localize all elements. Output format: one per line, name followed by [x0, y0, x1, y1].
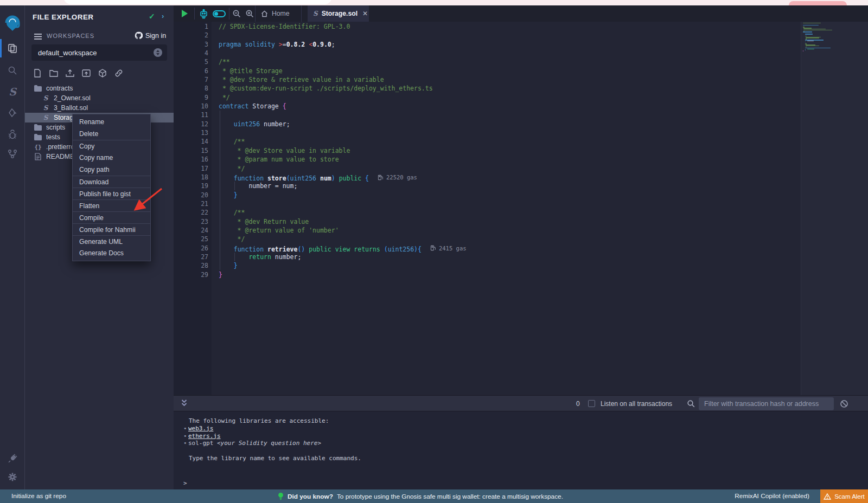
file-tree-item-3-ballot-sol[interactable]: S3_Ballot.sol	[25, 103, 174, 113]
minimap-line	[805, 36, 807, 36]
code-text: uint256 number;	[208, 120, 290, 128]
line-number: 1	[174, 22, 208, 31]
minimap[interactable]	[801, 22, 868, 411]
settings-gear-icon[interactable]	[0, 467, 25, 487]
new-file-icon[interactable]	[33, 68, 42, 78]
context-menu-item-compile-for-nahmii[interactable]: Compile for Nahmii	[73, 223, 150, 235]
context-menu-item-flatten[interactable]: Flatten	[73, 199, 150, 211]
github-icon	[135, 31, 143, 40]
listen-transactions-checkbox[interactable]	[588, 400, 595, 407]
code-text: * @dev Store value in variable	[208, 146, 350, 155]
load-cube-icon[interactable]	[98, 68, 107, 78]
zoom-out-icon[interactable]	[232, 9, 241, 21]
code-text: */	[208, 164, 245, 173]
tip-body: To prototype using the Gnosis safe multi…	[337, 493, 563, 500]
file-context-menu: RenameDeleteCopyCopy nameCopy pathDownlo…	[72, 114, 151, 261]
library-link[interactable]: web3.js	[188, 425, 213, 432]
workspaces-menu-icon[interactable]	[34, 33, 42, 42]
library-link[interactable]: ethers.js	[188, 433, 221, 440]
code-text: contract Storage {	[208, 102, 286, 111]
terminal-line	[183, 447, 361, 455]
file-tree-item-2-owner-sol[interactable]: S2_Owner.sol	[25, 93, 174, 103]
line-number: 10	[174, 102, 208, 111]
code-text: * @dev Store & retrieve value in a varia…	[208, 75, 384, 84]
close-tab-icon[interactable]: ✕	[362, 10, 368, 17]
line-number: 8	[174, 84, 208, 93]
upload-file-icon[interactable]	[65, 68, 75, 78]
run-script-button[interactable]	[182, 10, 188, 17]
minimap-line	[803, 50, 803, 51]
code-text: number = num;	[208, 182, 297, 190]
code-text: // SPDX-License-Identifier: GPL-3.0	[208, 22, 350, 31]
code-line-5: 5/**	[174, 57, 801, 66]
code-line-28: 28 }	[174, 261, 801, 270]
file-tree-item-contracts[interactable]: contracts	[25, 83, 174, 93]
zoom-in-icon[interactable]	[245, 9, 254, 21]
context-menu-item-publish-file-to-gist[interactable]: Publish file to gist	[73, 188, 150, 199]
workspace-select[interactable]: default_workspace	[31, 44, 167, 61]
code-line-25: 25 */	[174, 235, 801, 243]
line-number: 12	[174, 120, 208, 128]
remix-logo-icon[interactable]	[4, 15, 21, 33]
code-text: * @dev Return value	[208, 217, 309, 226]
terminal-line: •web3.js	[183, 425, 361, 433]
code-text	[208, 111, 219, 119]
code-text: /**	[208, 57, 230, 66]
debugger-icon[interactable]	[0, 125, 25, 145]
workspaces-label: WORKSPACES	[47, 33, 94, 39]
code-line-6: 6 * @title Storage	[174, 67, 801, 75]
context-menu-item-download[interactable]: Download	[73, 176, 150, 188]
sol-icon: S	[41, 114, 50, 121]
context-menu-item-copy-name[interactable]: Copy name	[73, 152, 150, 164]
tab-home[interactable]: Home	[255, 5, 302, 22]
line-number: 4	[174, 49, 208, 57]
terminal-output[interactable]: The following libraries are accessible:•…	[174, 411, 868, 489]
scam-alert-button[interactable]: Scam Alert	[820, 489, 868, 503]
import-link-icon[interactable]	[114, 68, 124, 78]
deploy-run-icon[interactable]	[0, 104, 25, 123]
warning-icon	[824, 493, 831, 500]
tab-storage-sol[interactable]: S Storage.sol ✕	[308, 5, 369, 22]
transaction-filter-input[interactable]	[699, 397, 834, 410]
terminal-search-icon	[687, 399, 695, 410]
new-folder-icon[interactable]	[49, 68, 59, 78]
git-icon[interactable]	[0, 144, 25, 164]
terminal-prompt[interactable]: >	[183, 480, 187, 487]
upload-folder-icon[interactable]	[81, 68, 91, 78]
sign-in-button[interactable]: Sign in	[135, 31, 166, 40]
minimap-line	[803, 30, 832, 30]
context-menu-item-generate-docs[interactable]: Generate Docs	[73, 247, 150, 259]
context-menu-item-rename[interactable]: Rename	[73, 116, 150, 128]
collapse-terminal-icon[interactable]	[181, 398, 188, 411]
context-menu-item-generate-uml[interactable]: Generate UML	[73, 235, 150, 247]
context-menu-item-delete[interactable]: Delete	[73, 128, 150, 140]
code-line-26: 26 function retrieve() public view retur…	[174, 244, 801, 253]
chevron-right-icon[interactable]: ›	[162, 12, 164, 20]
terminal-line: •sol-gpt <your Solidity question here>	[183, 440, 361, 447]
copilot-status[interactable]: RemixAI Copilot (enabled)	[735, 492, 809, 500]
code-line-1: 1// SPDX-License-Identifier: GPL-3.0	[174, 22, 801, 31]
plugin-manager-icon[interactable]	[0, 449, 25, 468]
search-icon[interactable]	[0, 61, 25, 80]
clear-console-icon[interactable]	[840, 399, 848, 410]
line-number: 18	[174, 173, 208, 182]
line-number: 22	[174, 208, 208, 217]
code-line-12: 12 uint256 number;	[174, 120, 801, 128]
ai-assistant-icon[interactable]	[199, 9, 209, 21]
sol-icon: S	[41, 104, 50, 112]
terminal-line: •ethers.js	[183, 433, 361, 440]
solidity-compiler-icon[interactable]: S	[0, 82, 25, 101]
folder-icon	[34, 133, 42, 141]
context-menu-item-copy[interactable]: Copy	[73, 140, 150, 152]
main-area: Home S Storage.sol ✕ 1// SPDX-License-Id…	[174, 5, 868, 489]
copilot-toggle[interactable]	[213, 10, 226, 17]
code-editor[interactable]: 1// SPDX-License-Identifier: GPL-3.023pr…	[174, 22, 868, 411]
git-init-button[interactable]: Initialize as git repo	[11, 492, 66, 500]
minimap-line	[805, 49, 806, 50]
file-explorer-icon[interactable]	[0, 38, 25, 58]
tab-storage-label: Storage.sol	[322, 10, 358, 17]
browser-extension-pill	[789, 1, 847, 5]
code-text: /**	[208, 208, 245, 217]
context-menu-item-copy-path[interactable]: Copy path	[73, 164, 150, 176]
context-menu-item-compile[interactable]: Compile	[73, 211, 150, 223]
